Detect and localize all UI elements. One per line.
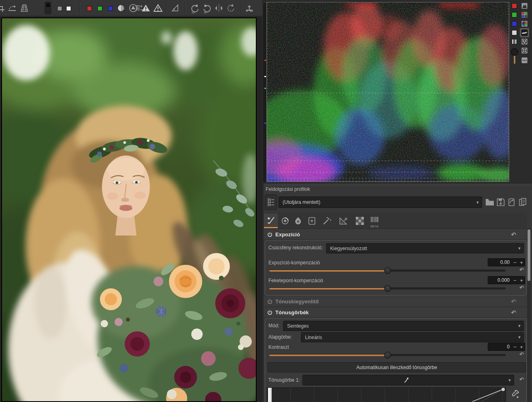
profiles-frame-label: Feldolgozási profilok: [266, 186, 310, 192]
decrement-button[interactable]: −: [512, 344, 518, 350]
copy-profile-button[interactable]: [506, 197, 517, 208]
perspective-icon[interactable]: [19, 3, 29, 13]
channel-blue-button[interactable]: [108, 6, 113, 11]
slider-knob[interactable]: [384, 285, 391, 292]
chevron-down-icon: ▾: [515, 246, 523, 251]
waveform-mode-button[interactable]: [521, 30, 528, 36]
vectorscope-hs-mode-button[interactable]: [521, 21, 528, 27]
toolbar-separator: [166, 2, 167, 14]
toolbar-separator: [80, 2, 80, 14]
histogram-luminance-toggle[interactable]: [512, 30, 517, 35]
black-point-slider[interactable]: [269, 287, 506, 290]
photo-canvas[interactable]: [1, 17, 257, 402]
increment-button[interactable]: +: [518, 259, 525, 266]
exposure-compensation-spin[interactable]: 0.00 − +: [488, 258, 525, 266]
power-icon[interactable]: [267, 310, 272, 315]
tab-transform[interactable]: [337, 214, 350, 228]
histogram-options-button[interactable]: [521, 57, 528, 63]
reset-icon[interactable]: ↶: [511, 232, 516, 238]
contrast-label: Kontraszt: [268, 344, 289, 350]
tone-curve-editor[interactable]: [267, 387, 506, 402]
waveform-scope[interactable]: [266, 2, 509, 182]
rotate-free-icon[interactable]: [226, 3, 236, 13]
tone-curve-1-label: Tónusgörbe 1:: [268, 377, 300, 383]
straighten-icon[interactable]: [7, 3, 17, 13]
rotate-right-90-icon[interactable]: 90°: [202, 3, 212, 13]
curve-reset-button[interactable]: ↶: [519, 376, 524, 383]
channel-green-button[interactable]: [97, 6, 102, 11]
increment-button[interactable]: +: [518, 277, 525, 283]
waveform-tick-white: [264, 76, 266, 77]
curve-mode-select[interactable]: Semleges ▾: [283, 321, 524, 331]
black-white-preview-icon[interactable]: [116, 3, 126, 13]
decrement-button[interactable]: −: [512, 277, 518, 283]
histogram-red-toggle[interactable]: [512, 3, 517, 9]
slider-reset-button[interactable]: ↶: [519, 285, 524, 291]
decrement-button[interactable]: −: [512, 259, 518, 266]
profile-list-button[interactable]: [265, 195, 277, 210]
slider-reset-button[interactable]: ↶: [519, 351, 524, 357]
scrollbar-thumb[interactable]: [528, 229, 530, 281]
profile-select[interactable]: (Utoljára mentett) ▾: [279, 197, 482, 208]
slider-knob[interactable]: [384, 267, 391, 274]
power-icon[interactable]: [267, 299, 272, 304]
save-profile-button[interactable]: [495, 197, 506, 208]
slider-knob[interactable]: [384, 352, 391, 359]
histogram-blue-toggle[interactable]: [512, 21, 517, 26]
rotate-right-badge: 90°: [204, 11, 208, 14]
rotate-left-90-icon[interactable]: 90°: [190, 3, 200, 13]
power-icon[interactable]: [267, 232, 272, 237]
crosshair-scope-button[interactable]: [521, 48, 528, 54]
histogram-green-toggle[interactable]: [512, 12, 517, 17]
exposure-compensation-value: 0.00: [488, 259, 512, 265]
load-profile-button[interactable]: [484, 197, 495, 208]
crop-icon[interactable]: [0, 3, 6, 13]
slider-reset-button[interactable]: ↶: [519, 267, 524, 273]
color-picker-pin-icon[interactable]: [510, 48, 519, 66]
tab-color[interactable]: [291, 214, 305, 228]
black-point-label: Feketepont-kompenzáció: [268, 278, 323, 283]
tone-curve-1-select[interactable]: ▾: [303, 375, 514, 385]
contrast-slider[interactable]: [269, 354, 506, 356]
curve-pipette-icon[interactable]: [510, 388, 521, 400]
section-title: Tónuskiegyenlítő: [275, 298, 319, 305]
preview-background-white-button[interactable]: [66, 6, 71, 11]
reset-icon[interactable]: ↶: [511, 310, 516, 316]
base-curve-select[interactable]: Lineáris ▾: [301, 332, 524, 342]
highlight-reconstruction-label: Csúcsfény rekonstrukció:: [268, 245, 323, 251]
exposure-section-header[interactable]: Expozíció ↶: [264, 229, 527, 240]
tone-curves-section-header[interactable]: Tónusgörbék ↶: [264, 307, 527, 318]
contrast-spin[interactable]: 0 − +: [488, 343, 525, 351]
channel-red-button[interactable]: [87, 6, 92, 11]
tab-exposure[interactable]: [264, 214, 278, 228]
curve-mode-value: Semleges: [283, 323, 515, 329]
focus-angle-icon[interactable]: [171, 3, 180, 13]
shadow-clipping-warning-icon[interactable]: [141, 3, 151, 13]
tab-metadata[interactable]: META: [368, 214, 381, 228]
curve-type-icon: [303, 377, 506, 383]
exposure-compensation-slider[interactable]: [269, 270, 506, 272]
preview-background-dark-button[interactable]: [45, 2, 51, 14]
tab-favorites[interactable]: [320, 214, 334, 228]
tab-advanced[interactable]: [305, 214, 319, 228]
flip-vertical-icon[interactable]: [214, 3, 224, 13]
preview-background-gray-button[interactable]: [57, 6, 62, 11]
highlight-reconstruction-select[interactable]: Kiegyensúlyozott ▾: [326, 243, 524, 253]
histogram-chromaticity-toggle[interactable]: [512, 39, 517, 44]
histogram-mode-button[interactable]: [521, 3, 528, 9]
tools-scrollbar[interactable]: [527, 229, 531, 402]
auto-matched-tone-curve-button[interactable]: Automatikusan illeszkedő tónusgörbe: [268, 362, 526, 372]
tone-equalizer-section-header[interactable]: Tónuskiegyenlítő ↶: [264, 296, 527, 307]
highlight-clipping-warning-icon[interactable]: [153, 3, 163, 13]
waveform-tick-blue: [264, 123, 266, 124]
reset-icon[interactable]: ↶: [511, 299, 516, 305]
paste-profile-button[interactable]: [517, 197, 528, 208]
black-point-spin[interactable]: 0.000 − +: [488, 276, 525, 284]
tab-detail[interactable]: [278, 214, 292, 228]
increment-button[interactable]: +: [518, 344, 525, 350]
vectorscope-hc-mode-button[interactable]: [521, 39, 528, 45]
send-to-editor-icon[interactable]: [244, 3, 254, 13]
gamut-check-icon[interactable]: [128, 3, 138, 13]
rgb-parade-mode-button[interactable]: [521, 12, 528, 18]
tab-raw[interactable]: [353, 214, 367, 228]
